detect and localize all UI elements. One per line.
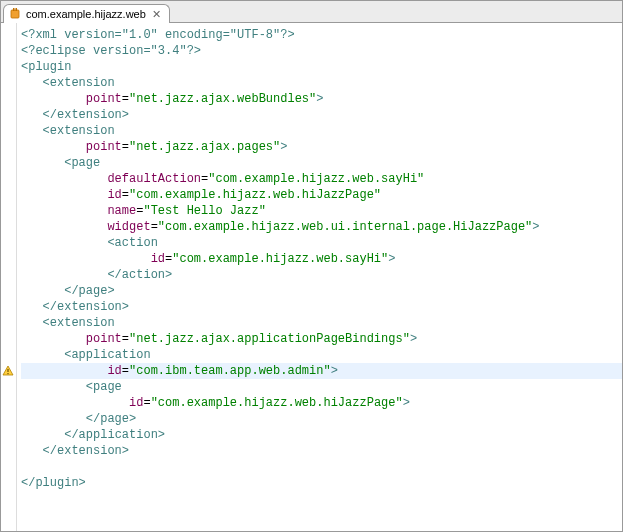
warning-icon [2,365,14,377]
svg-rect-0 [11,10,19,18]
code-line: point="net.jazz.ajax.pages"> [21,139,622,155]
editor-body: <?xml version="1.0" encoding="UTF-8"?><?… [1,23,622,531]
code-line: id="com.example.hijazz.web.sayHi"> [21,251,622,267]
code-line: id="com.example.hijazz.web.hiJazzPage"> [21,395,622,411]
editor-tab[interactable]: com.example.hijazz.web ✕ [3,4,170,23]
close-icon[interactable]: ✕ [150,8,163,21]
code-line: <page [21,155,622,171]
code-line: <?eclipse version="3.4"?> [21,43,622,59]
code-line: </page> [21,411,622,427]
code-line: </extension> [21,107,622,123]
code-line: </application> [21,427,622,443]
code-line: </extension> [21,299,622,315]
svg-rect-2 [16,8,18,11]
code-line: defaultAction="com.example.hijazz.web.sa… [21,171,622,187]
code-line: <extension [21,75,622,91]
code-line: <extension [21,315,622,331]
code-line: <plugin [21,59,622,75]
svg-rect-3 [7,369,8,372]
code-line: <page [21,379,622,395]
gutter [1,23,17,531]
code-line: </plugin> [21,475,622,491]
code-line: id="com.ibm.team.app.web.admin"> [21,363,622,379]
code-line: point="net.jazz.ajax.webBundles"> [21,91,622,107]
code-line: widget="com.example.hijazz.web.ui.intern… [21,219,622,235]
code-line [21,459,622,475]
editor-window: com.example.hijazz.web ✕ <?xml version="… [0,0,623,532]
tab-bar: com.example.hijazz.web ✕ [1,1,622,23]
tab-title: com.example.hijazz.web [26,8,146,20]
code-line: point="net.jazz.ajax.applicationPageBind… [21,331,622,347]
code-line: </action> [21,267,622,283]
code-line: <application [21,347,622,363]
svg-rect-4 [7,373,8,374]
code-line: <action [21,235,622,251]
code-line: name="Test Hello Jazz" [21,203,622,219]
code-line: id="com.example.hijazz.web.hiJazzPage" [21,187,622,203]
svg-rect-1 [13,8,15,11]
code-area[interactable]: <?xml version="1.0" encoding="UTF-8"?><?… [17,23,622,531]
code-line: </page> [21,283,622,299]
code-line: </extension> [21,443,622,459]
code-line: <?xml version="1.0" encoding="UTF-8"?> [21,27,622,43]
plugin-icon [8,7,22,21]
code-line: <extension [21,123,622,139]
